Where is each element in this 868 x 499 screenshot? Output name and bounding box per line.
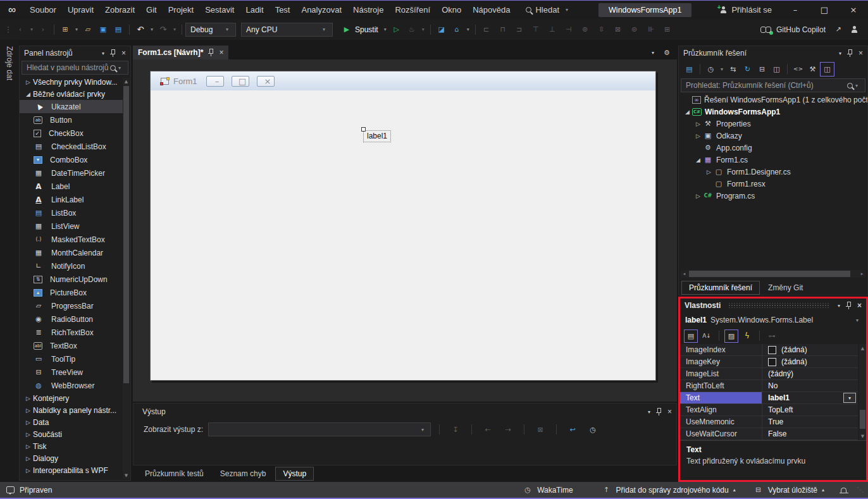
redo-dropdown[interactable]: ▾ xyxy=(171,27,178,32)
tab-close-icon[interactable]: × xyxy=(219,48,223,57)
toolbox-item-TextBox[interactable]: ablTextBox xyxy=(20,339,123,352)
collapsed-expander-icon[interactable]: ▷ xyxy=(23,418,33,427)
align-11-icon[interactable]: ⊪ xyxy=(643,22,659,37)
project-title[interactable]: WindowsFormsApp1 xyxy=(598,3,691,17)
scroll-down-icon[interactable]: ▼ xyxy=(859,433,866,440)
value-dropdown-button[interactable]: ▾ xyxy=(843,393,856,403)
tree-item-Form1.Designer.cs[interactable]: ▷▢Form1.Designer.cs xyxy=(679,166,867,178)
property-name[interactable]: ImageIndex xyxy=(680,344,762,355)
toolbox-item-NotifyIcon[interactable]: ∟NotifyIcon xyxy=(20,259,123,273)
feedback-icon[interactable] xyxy=(6,486,15,493)
maximize-button[interactable]: □ xyxy=(810,1,839,20)
toolbox-item-Všechny prvky Window...[interactable]: ▷Všechny prvky Window... xyxy=(20,76,123,88)
save-all-button[interactable]: ▤ xyxy=(111,22,126,37)
solution-configuration-select[interactable]: Debug ▾ xyxy=(185,23,236,37)
view-code-button[interactable]: <> xyxy=(791,62,805,77)
add-to-source-control-button[interactable]: ↑ Přidat do správy zdrojového kódu ▴ xyxy=(602,486,736,495)
toolbox-item-RichTextBox[interactable]: ≣RichTextBox xyxy=(20,326,123,339)
github-copilot-icon[interactable] xyxy=(760,27,771,33)
toolbox-item-Data[interactable]: ▷Data xyxy=(20,416,123,428)
collapsed-expander-icon[interactable]: ▷ xyxy=(23,406,33,415)
scroll-up-icon[interactable]: ▲ xyxy=(123,78,130,85)
save-button[interactable]: ▣ xyxy=(96,22,111,37)
property-name[interactable]: TextAlign xyxy=(680,404,762,416)
property-name[interactable]: UseWaitCursor xyxy=(680,428,762,440)
properties-button[interactable]: ⚒ xyxy=(805,62,820,77)
toolbox-item-RadioButton[interactable]: ◉RadioButton xyxy=(20,312,123,326)
menu-Sestavit[interactable]: Sestavit xyxy=(199,1,240,20)
property-row-ImageIndex[interactable]: ImageIndex(žádná) xyxy=(680,344,858,356)
toolbox-scrollbar[interactable]: ▲ ▼ xyxy=(123,78,130,479)
solution-horizontal-scrollbar[interactable]: ◂ ▸ xyxy=(681,270,865,278)
visual-studio-logo-icon[interactable]: ∞ xyxy=(0,4,24,16)
new-project-dropdown[interactable]: ▾ xyxy=(73,27,80,32)
toolbox-item-LinkLabel[interactable]: ALinkLabel xyxy=(20,193,123,206)
properties-header[interactable]: Vlastnosti ▾ × xyxy=(680,299,866,312)
data-sources-vertical-tab[interactable]: Zdroje dat xyxy=(5,46,14,80)
align-12-icon[interactable]: ⊞ xyxy=(660,22,675,37)
menu-Nástroje[interactable]: Nástroje xyxy=(347,1,389,20)
categorized-button[interactable]: ▤ xyxy=(684,330,698,343)
property-value[interactable]: (žádná) xyxy=(762,356,858,367)
forward-icon[interactable]: › xyxy=(35,22,51,37)
property-value[interactable]: TopLeft xyxy=(762,404,858,416)
tab-Seznam chyb[interactable]: Seznam chyb xyxy=(213,467,273,481)
gear-icon[interactable]: ⚙ xyxy=(662,48,672,57)
collapsed-expander-icon[interactable]: ▷ xyxy=(23,442,33,451)
start-without-debugging-button[interactable]: ▷ xyxy=(389,22,404,37)
pin-icon[interactable] xyxy=(656,408,662,416)
property-value[interactable]: True xyxy=(762,416,858,428)
toolbox-item-WebBrowser[interactable]: ◍WebBrowser xyxy=(20,379,123,392)
property-name[interactable]: ImageKey xyxy=(680,356,762,367)
close-icon[interactable]: × xyxy=(121,49,126,58)
toolbox-item-ListBox[interactable]: ▤ListBox xyxy=(20,206,123,219)
form-close-button[interactable]: × xyxy=(257,76,275,87)
menu-Analyzovat[interactable]: Analyzovat xyxy=(295,1,347,20)
expanded-expander-icon[interactable]: ◢ xyxy=(693,156,703,164)
menu-Upravit[interactable]: Upravit xyxy=(62,1,99,20)
alphabetical-button[interactable]: A↓ xyxy=(700,330,714,343)
refresh-button[interactable]: ↻ xyxy=(740,62,755,77)
pending-changes-filter-button[interactable]: ◷ xyxy=(704,62,718,77)
forms-designer-surface[interactable]: Form1 – □ × label1 xyxy=(133,59,677,402)
toolbox-item-Ukazatel[interactable]: ▶Ukazatel xyxy=(20,100,123,113)
toolbox-item-ListView[interactable]: ▦ListView xyxy=(20,219,123,233)
toolbox-item-Běžné ovládací prvky[interactable]: ◢Běžné ovládací prvky xyxy=(20,88,123,100)
align-10-icon[interactable]: ⊚ xyxy=(627,22,642,37)
menu-Projekt[interactable]: Projekt xyxy=(163,1,199,20)
toolbox-item-Dialogy[interactable]: ▷Dialogy xyxy=(20,452,123,464)
designed-form-window[interactable]: Form1 – □ × label1 xyxy=(150,71,656,381)
sign-in-button[interactable]: + Přihlásit se xyxy=(720,5,772,15)
clear-output-button[interactable]: ⊠ xyxy=(533,422,548,437)
scrollbar-thumb[interactable] xyxy=(860,410,865,429)
switch-views-button[interactable]: ▤ xyxy=(682,62,697,77)
property-row-Text[interactable]: Textlabel1▾ xyxy=(680,392,858,404)
toolbox-item-Nabídky a panely nástr...[interactable]: ▷Nabídky a panely nástr... xyxy=(20,404,123,416)
sync-with-active-document-button[interactable]: ◫ xyxy=(769,62,784,77)
property-pages-button[interactable]: ⊶ xyxy=(765,330,779,343)
toolbox-item-TreeView[interactable]: ⊟TreeView xyxy=(20,366,123,379)
property-value[interactable]: No xyxy=(762,380,858,391)
close-icon[interactable]: × xyxy=(667,407,672,416)
property-name[interactable]: UseMnemonic xyxy=(680,416,762,428)
scroll-right-icon[interactable]: ▸ xyxy=(859,270,865,278)
window-position-icon[interactable]: ▾ xyxy=(648,409,650,415)
toolbox-item-NumericUpDown[interactable]: ⇅NumericUpDown xyxy=(20,273,123,286)
toolbox-item-Tisk[interactable]: ▷Tisk xyxy=(20,440,123,452)
find-in-files-button[interactable]: ◪ xyxy=(434,22,449,37)
selected-object-select[interactable]: label1 System.Windows.Forms.Label ▾ xyxy=(680,312,866,328)
preview-selected-items-button[interactable]: ◫ xyxy=(820,62,834,77)
github-copilot-label[interactable]: GitHub Copilot xyxy=(776,25,826,34)
property-row-UseMnemonic[interactable]: UseMnemonicTrue xyxy=(680,416,858,428)
filter-dropdown[interactable]: ▾ xyxy=(718,66,726,72)
hot-reload-dropdown[interactable]: ▾ xyxy=(419,27,427,32)
align-8-icon[interactable]: ⇳ xyxy=(594,22,609,37)
solution-explorer-search-input[interactable]: Prohledat: Průzkumník řešení (Ctrl+ů) ▾ xyxy=(681,78,865,92)
open-folder-button[interactable]: ▱ xyxy=(80,22,96,37)
collapsed-expander-icon[interactable]: ▷ xyxy=(23,454,33,463)
collapsed-expander-icon[interactable]: ▷ xyxy=(23,78,33,87)
toolbar-grip[interactable] xyxy=(8,27,9,33)
tree-item-Form1.cs[interactable]: ◢▦Form1.cs xyxy=(679,154,867,166)
window-position-icon[interactable]: ▾ xyxy=(102,51,104,56)
align-2-icon[interactable]: ⊓ xyxy=(495,22,511,37)
